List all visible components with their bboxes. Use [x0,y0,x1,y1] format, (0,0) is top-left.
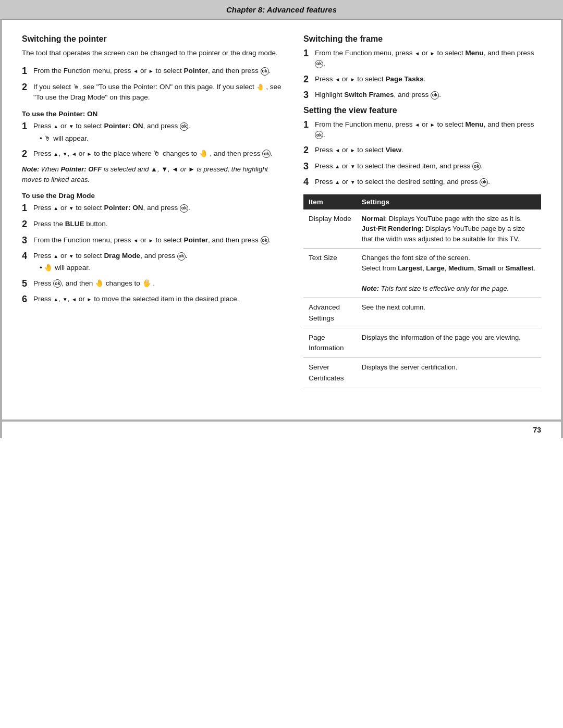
page-footer: 73 [0,422,563,438]
switching-frame-steps: 1 From the Function menu, press or to se… [303,48,541,101]
arrow-left-icon [414,120,420,128]
table-row: ServerCertificates Displays the server c… [303,358,541,388]
step-number: 2 [303,74,312,85]
list-item: 3 Highlight Switch Frames, and press ok. [303,90,541,101]
switching-frame-title: Switching the frame [303,34,541,44]
arrow-left-icon [335,146,340,154]
arrow-down-icon [350,162,356,170]
step-content: From the Function menu, press or to sele… [33,66,285,77]
settings-cell: See the next column. [357,298,541,328]
pointer-intro-steps: 1 From the Function menu, press or to se… [22,66,285,103]
step-number: 6 [22,294,30,305]
step-number: 3 [303,161,312,172]
arrow-down-icon [69,204,74,212]
step-number: 2 [22,82,30,103]
table-row: Text Size Changes the font size of the s… [303,249,541,298]
list-item: 4 Press or to select the desired setting… [303,177,541,188]
switching-pointer-title: Switching the pointer [22,34,285,44]
list-item: 1 From the Function menu, press or to se… [303,48,541,69]
ok-button-icon: ok [262,150,271,158]
pointer-cursor-icon: 🖰 [73,83,79,91]
ok-button-icon: ok [53,279,62,288]
step-number: 5 [22,278,30,290]
arrow-up-icon [53,252,58,260]
step-number: 2 [303,145,312,156]
arrow-right-icon [149,67,154,75]
setting-view-title: Setting the view feature [303,106,541,115]
list-item: 1 From the Function menu, press or to se… [303,119,541,141]
settings-cell: Displays the information of the page you… [357,328,541,358]
step-content: Press or to select Pointer: ON, and pres… [33,121,285,144]
arrow-up-icon [335,178,340,186]
pointer-off-note: Note: When Pointer: OFF is selected and … [22,164,285,184]
step-content: From the Function menu, press or to sele… [315,48,541,69]
table-row: PageInformation Displays the information… [303,328,541,358]
arrow-down-icon [63,150,68,157]
step-content: Press or to select Drag Mode, and press … [33,251,285,274]
step-number: 4 [22,251,30,274]
ok-button-icon: ok [315,60,323,68]
list-item: 3 From the Function menu, press or to se… [22,235,285,246]
step-content: Highlight Switch Frames, and press ok. [315,90,541,101]
subheading-drag-mode: To use the Drag Mode [22,192,285,200]
step-number: 1 [303,48,312,69]
table-row: AdvancedSettings See the next column. [303,298,541,328]
arrow-left-icon [133,236,138,244]
table-col-settings: Settings [357,194,541,209]
arrow-down-icon [69,122,74,130]
item-cell: PageInformation [303,328,357,358]
step-content: Press the BLUE button. [33,219,285,230]
settings-cell: Displays the server certification. [357,358,541,388]
list-item: 1 Press or to select Pointer: ON, and pr… [22,203,285,214]
list-item: 4 Press or to select Drag Mode, and pres… [22,251,285,274]
step-number: 1 [303,119,312,141]
step-content: Press or to select Page Tasks. [315,74,541,85]
step-content: From the Function menu, press or to sele… [315,119,541,141]
page-header: Chapter 8: Advanced features [0,0,563,20]
subheading-pointer-on: To use the Pointer: ON [22,110,285,118]
arrow-right-icon [350,75,356,83]
ok-button-icon: ok [261,67,269,76]
step-content: Press or to select the desired item, and… [315,161,541,172]
item-cell: ServerCertificates [303,358,357,388]
arrow-right-icon [430,49,435,57]
arrow-right-icon [149,236,154,244]
right-column: Switching the frame 1 From the Function … [303,34,541,388]
arrow-right-icon [430,120,435,128]
arrow-up-icon [335,162,340,170]
list-item: 2 If you select 🖰, see "To use the Point… [22,82,285,103]
step-number: 3 [303,90,312,101]
step-content: Press or to select View. [315,145,541,156]
step-number: 4 [303,177,312,188]
table-col-item: Item [303,194,357,209]
list-item: 2 Press or to select Page Tasks. [303,74,541,85]
item-cell: Text Size [303,249,357,298]
ok-button-icon: ok [180,122,188,131]
ok-button-icon: ok [177,252,186,261]
arrow-up-icon [53,204,58,212]
table-row: Display Mode Normal: Displays YouTube pa… [303,209,541,249]
list-item: 1 Press or to select Pointer: ON, and pr… [22,121,285,144]
arrow-up-icon [53,150,58,157]
arrow-down-icon [69,252,74,260]
step-content: Press or to select the desired setting, … [315,177,541,188]
item-cell: Display Mode [303,209,357,249]
list-item: 2 Press or to select View. [303,145,541,156]
arrow-left-icon [71,150,77,157]
drag-cursor-icon: 🤚 [256,83,264,91]
arrow-left-icon [133,67,138,75]
setting-view-steps: 1 From the Function menu, press or to se… [303,119,541,188]
list-item: 6 Press , , or to move the selected item… [22,294,285,305]
list-item: 2 Press the BLUE button. [22,219,285,230]
step-number: 3 [22,235,30,246]
step-number: 2 [22,149,30,160]
page-number: 73 [533,426,541,434]
switching-pointer-intro: The tool that operates the screen can be… [22,48,285,58]
step-content: Press ok, and then 🤚 changes to 🖐 . [33,278,285,290]
left-column: Switching the pointer The tool that oper… [22,34,285,388]
arrow-right-icon [350,146,356,154]
ok-button-icon: ok [261,236,269,244]
step-content: If you select 🖰, see "To use the Pointer… [33,82,285,103]
chapter-title: Chapter 8: Advanced features [226,5,337,14]
step-number: 1 [22,203,30,214]
